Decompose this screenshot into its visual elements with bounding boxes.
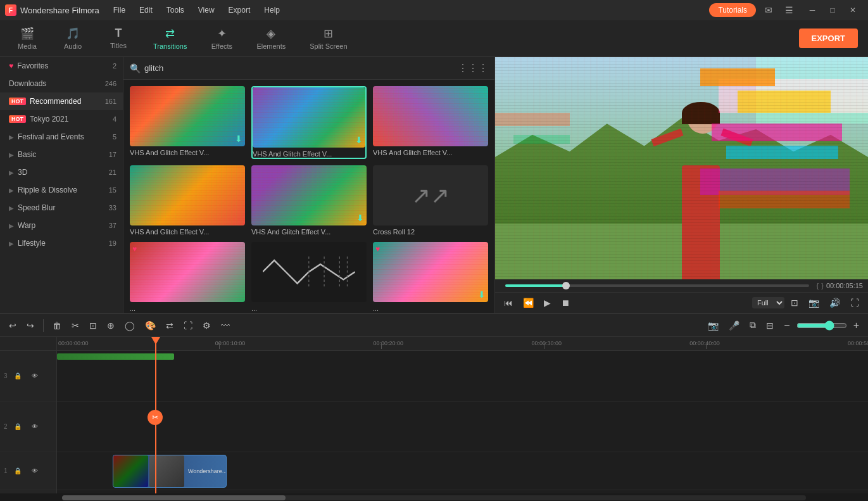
mic-button[interactable]: 🎤 bbox=[725, 319, 743, 333]
list-item[interactable]: ⬇ VHS And Glitch Effect V... bbox=[251, 165, 367, 236]
frame-back-button[interactable]: ⏪ bbox=[519, 295, 538, 310]
preview-glitch bbox=[495, 57, 868, 279]
sidebar-item-speed-blur[interactable]: ▶ Speed Blur 33 bbox=[0, 199, 123, 217]
camera-button[interactable]: 📷 bbox=[704, 319, 722, 333]
cut-button[interactable]: ✂ bbox=[68, 319, 83, 333]
redo-button[interactable]: ↪ bbox=[23, 319, 38, 333]
menu-help[interactable]: Help bbox=[258, 3, 286, 17]
scrollbar-track[interactable] bbox=[62, 495, 806, 500]
maximize-button[interactable]: □ bbox=[822, 3, 843, 18]
sidebar-3d-count: 21 bbox=[109, 168, 116, 176]
zoom-plus-button[interactable]: + bbox=[850, 318, 863, 333]
sidebar-item-festival[interactable]: ▶ Festival and Events 5 bbox=[0, 128, 123, 146]
fullscreen-button[interactable]: ⛶ bbox=[846, 295, 863, 310]
track-eye-3[interactable]: 👁 bbox=[28, 371, 42, 381]
split-button[interactable]: ⊟ bbox=[762, 319, 777, 333]
track-eye-1[interactable]: 👁 bbox=[28, 466, 42, 476]
menu-file[interactable]: File bbox=[107, 3, 132, 17]
export-button[interactable]: EXPORT bbox=[799, 29, 858, 48]
progress-bar[interactable] bbox=[505, 284, 809, 287]
search-icon: 🔍 bbox=[130, 63, 141, 73]
track-lock-3[interactable]: 🔒 bbox=[10, 371, 25, 381]
tab-titles[interactable]: T Titles bbox=[96, 23, 141, 54]
transition-button[interactable]: ⇄ bbox=[162, 319, 177, 333]
zoom-slider[interactable] bbox=[796, 320, 847, 331]
track-clip-main[interactable]: Wondershare... 134751 bbox=[113, 455, 227, 488]
sidebar-item-recommended[interactable]: HOT Recommended 161 bbox=[0, 92, 123, 110]
effects-icon: ✦ bbox=[217, 27, 227, 41]
tick-20 bbox=[381, 343, 382, 349]
tick-40 bbox=[706, 343, 707, 349]
stop-button[interactable]: ⏹ bbox=[557, 295, 574, 310]
sidebar-item-ripple[interactable]: ▶ Ripple & Dissolve 15 bbox=[0, 181, 123, 199]
list-item[interactable]: VHS And Glitch Effect V... bbox=[373, 86, 488, 159]
pip-button[interactable]: ⧉ bbox=[746, 318, 760, 333]
zoom-select[interactable]: Full 50% 25% bbox=[752, 297, 784, 308]
timeline-scroll[interactable]: 00:00:00:00 00:00:10:00 00:00:20:00 00:0… bbox=[57, 337, 868, 493]
list-item[interactable]: VHS And Glitch Effect V... bbox=[130, 165, 245, 236]
thumb-preview-vhs5: ⬇ bbox=[251, 165, 367, 225]
download-badge: ⬇ bbox=[235, 134, 242, 144]
zoom-minus-button[interactable]: − bbox=[780, 318, 793, 333]
sidebar-item-favorites[interactable]: ♥ Favorites 2 bbox=[0, 57, 123, 75]
tab-transitions[interactable]: ⇄ Transitions bbox=[142, 23, 198, 54]
menu-icon[interactable]: ☰ bbox=[781, 3, 797, 18]
track-eye-2[interactable]: 👁 bbox=[28, 421, 42, 432]
sidebar-item-downloads[interactable]: Downloads 246 bbox=[0, 75, 123, 92]
tab-split-screen[interactable]: ⊞ Split Screen bbox=[298, 23, 358, 54]
menu-view[interactable]: View bbox=[192, 3, 221, 17]
menu-tools[interactable]: Tools bbox=[160, 3, 191, 17]
snapshot-button[interactable]: 📷 bbox=[805, 295, 823, 310]
sidebar-festival-count: 5 bbox=[113, 133, 116, 141]
notification-icon[interactable]: ✉ bbox=[761, 3, 776, 18]
cross-icon: ↗↗ bbox=[412, 182, 450, 209]
menu-edit[interactable]: Edit bbox=[133, 3, 159, 17]
audio-wave-button[interactable]: 〰 bbox=[217, 319, 234, 333]
search-bar: 🔍 ⋮⋮⋮ bbox=[123, 57, 494, 80]
sidebar-item-3d[interactable]: ▶ 3D 21 bbox=[0, 163, 123, 181]
track-lock-2[interactable]: 🔒 bbox=[10, 421, 25, 432]
tutorials-button[interactable]: Tutorials bbox=[709, 3, 756, 17]
tab-effects[interactable]: ✦ Effects bbox=[199, 23, 244, 54]
main-area: ♥ Favorites 2 Downloads 246 HOT Recommen… bbox=[0, 57, 868, 313]
undo-button[interactable]: ↩ bbox=[5, 319, 20, 333]
tab-audio[interactable]: 🎵 Audio bbox=[51, 23, 95, 54]
progress-bar-area: { } 00:00:05:15 bbox=[495, 279, 868, 292]
play-button[interactable]: ▶ bbox=[540, 295, 555, 310]
sidebar-item-lifestyle[interactable]: ▶ Lifestyle 19 bbox=[0, 234, 123, 252]
sidebar-item-basic[interactable]: ▶ Basic 17 bbox=[0, 146, 123, 163]
tab-media[interactable]: 🎬 Media bbox=[5, 23, 49, 54]
download-badge: ⬇ bbox=[355, 135, 363, 145]
list-item[interactable]: ♥ ⬇ ... bbox=[373, 242, 488, 312]
track-lock-1[interactable]: 🔒 bbox=[10, 466, 25, 476]
menu-export[interactable]: Export bbox=[222, 3, 257, 17]
sidebar-favorites-label: Favorites bbox=[17, 61, 48, 70]
track-clip-green[interactable] bbox=[57, 353, 174, 360]
delete-button[interactable]: 🗑 bbox=[49, 319, 65, 333]
detach-audio-button[interactable]: ◯ bbox=[121, 319, 139, 333]
crop-button[interactable]: ⊡ bbox=[85, 319, 101, 333]
volume-button[interactable]: 🔊 bbox=[826, 295, 844, 310]
fit-screen-button[interactable]: ⊡ bbox=[787, 295, 802, 310]
horizontal-scrollbar[interactable] bbox=[0, 493, 868, 500]
list-item[interactable]: ↗↗ Cross Roll 12 bbox=[373, 165, 488, 236]
tab-elements[interactable]: ◈ Elements bbox=[245, 23, 297, 54]
list-item[interactable]: ⬇ VHS And Glitch Effect V... bbox=[130, 86, 245, 159]
skip-back-button[interactable]: ⏮ bbox=[500, 295, 517, 310]
full-screen-button[interactable]: ⛶ bbox=[180, 319, 196, 333]
minimize-button[interactable]: ─ bbox=[802, 3, 822, 18]
zoom-fit-button[interactable]: ⊕ bbox=[103, 319, 118, 333]
list-item[interactable]: ⬇ VHS And Glitch Effect V... bbox=[251, 86, 367, 159]
adjust-button[interactable]: ⚙ bbox=[199, 319, 215, 333]
sidebar-item-warp[interactable]: ▶ Warp 37 bbox=[0, 217, 123, 234]
close-button[interactable]: ✕ bbox=[843, 3, 863, 18]
scrollbar-thumb[interactable] bbox=[62, 495, 286, 500]
grid-options-button[interactable]: ⋮⋮⋮ bbox=[458, 62, 488, 74]
list-item[interactable]: ... bbox=[251, 242, 367, 312]
sidebar-item-tokyo2021[interactable]: HOT Tokyo 2021 4 bbox=[0, 110, 123, 128]
list-item[interactable]: ♥ ... bbox=[130, 242, 245, 312]
sidebar-tokyo-label: Tokyo 2021 bbox=[30, 115, 68, 124]
search-input[interactable] bbox=[144, 63, 454, 73]
color-button[interactable]: 🎨 bbox=[141, 319, 160, 333]
tick-10 bbox=[219, 343, 220, 349]
